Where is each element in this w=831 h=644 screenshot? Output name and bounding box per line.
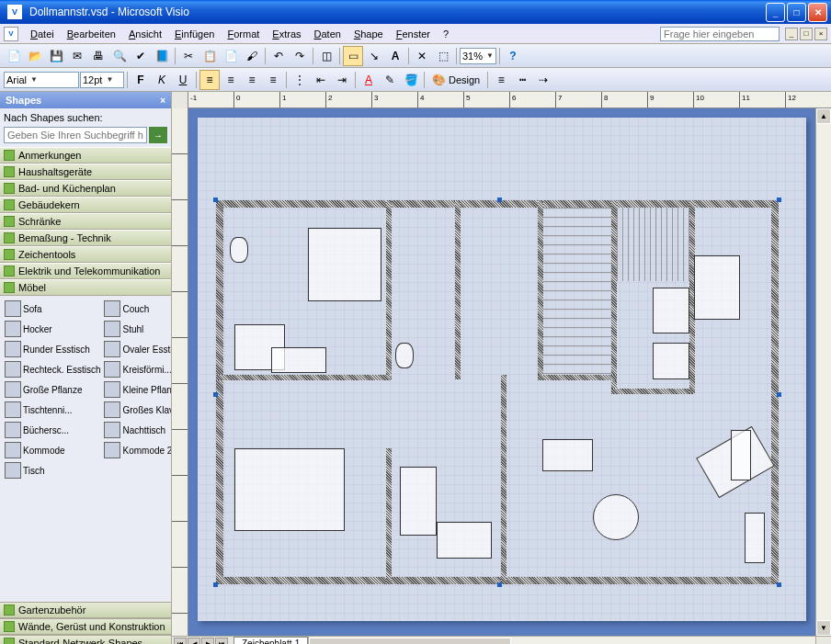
close-button[interactable]: ✕: [808, 3, 827, 22]
category-bad-kuechen[interactable]: Bad- und Küchenplan: [0, 180, 171, 197]
mdi-close[interactable]: ×: [814, 28, 827, 40]
shape-item[interactable]: Kleine Pflanze: [103, 380, 171, 399]
drawing-viewport[interactable]: [188, 108, 815, 636]
shapes-button[interactable]: ◫: [316, 46, 336, 66]
lineends-button[interactable]: ⇢: [533, 70, 553, 90]
shape-item[interactable]: Couch: [103, 299, 171, 318]
category-moebel[interactable]: Möbel: [0, 279, 171, 296]
scroll-up-button[interactable]: ▲: [816, 108, 831, 124]
category-elektrik[interactable]: Elektrik und Telekommunikation: [0, 263, 171, 279]
shape-item[interactable]: Runder Esstisch: [4, 340, 101, 358]
shape-item[interactable]: Nachttisch: [103, 421, 171, 439]
selection-handle[interactable]: [213, 198, 218, 202]
stove[interactable]: [653, 343, 689, 379]
undo-button[interactable]: ↶: [268, 46, 289, 66]
menu-help[interactable]: ?: [437, 26, 455, 42]
sink[interactable]: [653, 288, 689, 333]
bookshelf[interactable]: [731, 430, 751, 480]
shape-item[interactable]: Büchersc...: [4, 421, 101, 439]
ruler-vertical[interactable]: [172, 108, 188, 636]
bookshelf[interactable]: [745, 513, 765, 563]
stairs[interactable]: [543, 208, 611, 375]
category-netzwerk[interactable]: Standard-Netzwerk-Shapes: [0, 635, 171, 644]
bullets-button[interactable]: ⋮: [290, 70, 310, 90]
selection-handle[interactable]: [213, 582, 218, 587]
preview-button[interactable]: 🔍: [109, 46, 130, 66]
email-button[interactable]: ✉: [67, 46, 87, 66]
lineweight-button[interactable]: ≡: [491, 70, 511, 90]
underline-button[interactable]: U: [173, 70, 193, 90]
shapes-search-input[interactable]: [4, 127, 147, 143]
shape-item[interactable]: Stuhl: [103, 320, 171, 338]
shapes-close-icon[interactable]: ×: [160, 96, 165, 106]
mdi-restore[interactable]: □: [800, 28, 813, 40]
save-button[interactable]: 💾: [46, 46, 66, 66]
help-search-input[interactable]: [660, 27, 780, 41]
mdi-minimize[interactable]: _: [785, 28, 798, 40]
help-button[interactable]: ?: [503, 46, 523, 66]
shape-item[interactable]: Tischtenni...: [4, 401, 101, 419]
design-button[interactable]: 🎨Design: [427, 70, 484, 90]
spellcheck-button[interactable]: ✔: [131, 46, 151, 66]
text-tool[interactable]: A: [385, 46, 405, 66]
wall-inner[interactable]: [216, 375, 391, 380]
shape-item[interactable]: Großes Klavier: [103, 401, 171, 419]
category-anmerkungen[interactable]: Anmerkungen: [0, 147, 171, 164]
align-justify-button[interactable]: ≡: [263, 70, 283, 90]
wall-inner[interactable]: [455, 200, 461, 379]
bed[interactable]: [234, 448, 345, 531]
pointer-tool[interactable]: ▭: [343, 46, 363, 66]
shape-item[interactable]: Kommode 2 Schubl.: [103, 441, 171, 459]
toilet[interactable]: [395, 343, 414, 368]
linepattern-button[interactable]: ┅: [512, 70, 532, 90]
round-table[interactable]: [593, 494, 639, 540]
category-gartenzubehoer[interactable]: Gartenzubehör: [0, 602, 171, 618]
wall-inner[interactable]: [611, 389, 694, 394]
connection-point-tool[interactable]: ✕: [412, 46, 432, 66]
selection-handle[interactable]: [497, 198, 502, 202]
control-menu-icon[interactable]: V: [4, 27, 18, 41]
menu-extras[interactable]: Extras: [266, 26, 307, 42]
scroll-track[interactable]: [816, 124, 831, 620]
shape-item[interactable]: Sofa: [4, 299, 101, 318]
minimize-button[interactable]: _: [766, 3, 785, 22]
desk[interactable]: [437, 522, 492, 559]
shape-item[interactable]: Rechteck. Esstisch: [4, 360, 101, 378]
armchairs[interactable]: [542, 439, 593, 471]
shape-item[interactable]: Hocker: [4, 320, 101, 338]
category-gebaeudekern[interactable]: Gebäudekern: [0, 197, 171, 213]
menu-datei[interactable]: Datei: [24, 26, 61, 42]
maximize-button[interactable]: □: [787, 3, 806, 22]
align-right-button[interactable]: ≡: [242, 70, 262, 90]
ruler-horizontal[interactable]: -101234567891011121314: [172, 92, 831, 108]
shelf[interactable]: [400, 467, 437, 536]
fontsize-combo[interactable]: 12pt▼: [80, 72, 124, 88]
page-tab[interactable]: Zeichenblatt-1: [233, 637, 308, 644]
menu-ansicht[interactable]: Ansicht: [122, 26, 168, 42]
tab-last-button[interactable]: ⏭: [215, 638, 228, 644]
shape-item[interactable]: Kommode: [4, 441, 101, 459]
shape-item[interactable]: Ovaler Esstisch: [103, 340, 171, 358]
tab-first-button[interactable]: ⏮: [174, 638, 187, 644]
menu-bearbeiten[interactable]: Bearbeiten: [61, 26, 122, 42]
shape-item[interactable]: Tisch: [4, 461, 101, 480]
menu-format[interactable]: Format: [221, 26, 266, 42]
category-bemassung[interactable]: Bemaßung - Technik: [0, 230, 171, 246]
align-left-button[interactable]: ≡: [199, 70, 220, 90]
selection-handle[interactable]: [497, 582, 502, 587]
redo-button[interactable]: ↷: [290, 46, 310, 66]
align-center-button[interactable]: ≡: [221, 70, 241, 90]
bold-button[interactable]: F: [131, 70, 151, 90]
fontcolor-button[interactable]: A: [359, 70, 379, 90]
tab-prev-button[interactable]: ◀: [188, 638, 200, 644]
fillcolor-button[interactable]: 🪣: [401, 70, 421, 90]
stamp-tool[interactable]: ⬚: [433, 46, 453, 66]
category-haushaltsgeraete[interactable]: Haushaltsgeräte: [0, 164, 171, 180]
cut-button[interactable]: ✂: [178, 46, 199, 66]
selection-handle[interactable]: [213, 392, 218, 397]
menu-shape[interactable]: Shape: [347, 26, 390, 42]
floorplan[interactable]: [216, 200, 779, 584]
linecolor-button[interactable]: ✎: [380, 70, 400, 90]
italic-button[interactable]: K: [152, 70, 172, 90]
vertical-scrollbar[interactable]: ▲ ▼: [815, 108, 831, 636]
